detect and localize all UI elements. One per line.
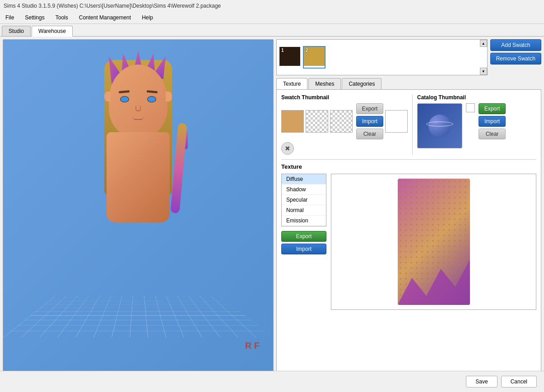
catalog-export-button[interactable]: Export (479, 103, 506, 114)
texture-section-title: Texture (281, 163, 536, 170)
swatch-thumb-checker1 (306, 110, 328, 133)
swatch-export-button[interactable]: Export (356, 103, 383, 114)
swatch-thumb-row: Export Import Clear (281, 103, 408, 139)
swatch-num-2: 2 (306, 48, 308, 53)
bottom-bar: Save Cancel (0, 371, 544, 392)
swatch-thumb-white (385, 110, 408, 133)
inner-tab-categories[interactable]: Categories (342, 78, 381, 89)
title-bar: Sims 4 Studio 3.1.5.9 (Wishes) C:\Users\… (0, 0, 544, 12)
swatch-thumbnail-section: Swatch Thumbnail Export Import (281, 94, 413, 155)
char-eye-right (147, 96, 156, 102)
add-swatch-button[interactable]: Add Swatch (490, 39, 541, 51)
main-content: R F ⌄ Settings 1 2 ▲ ▼ (0, 37, 544, 388)
texture-import-button[interactable]: Import (281, 244, 326, 254)
swatch-thumb-checker2 (330, 110, 353, 133)
texture-list-area: Diffuse Shadow Specular Normal Emission … (281, 174, 326, 310)
char-brow-left (119, 90, 130, 93)
swatch-buttons: Add Swatch Remove Swatch (490, 39, 541, 65)
remove-swatch-button[interactable]: Remove Swatch (490, 53, 541, 65)
catalog-buttons: Export Import Clear (479, 103, 506, 139)
menu-content-management[interactable]: Content Management (77, 14, 133, 22)
swatch-thumb-buttons: Export Import Clear (356, 103, 383, 139)
rf-badge: R F (245, 341, 260, 351)
char-mouth (133, 116, 144, 120)
char-ear-left (104, 92, 111, 101)
catalog-clear-button[interactable]: Clear (479, 129, 506, 139)
inner-tabs-content: Texture Meshes Categories Swatch Thumbna… (276, 78, 541, 385)
catalog-thumb-img (417, 103, 462, 148)
swatch-x-button[interactable]: ✖ (281, 142, 294, 155)
character-display (8, 44, 269, 346)
texture-inner: Diffuse Shadow Specular Normal Emission … (281, 174, 536, 310)
texture-actions: Export Import (281, 231, 326, 254)
char-ear-right (166, 92, 172, 101)
menu-tools[interactable]: Tools (54, 14, 70, 22)
tab-studio[interactable]: Studio (2, 26, 31, 36)
catalog-small-items (466, 103, 475, 112)
texture-list-emission[interactable]: Emission (282, 216, 326, 226)
menu-settings[interactable]: Settings (23, 14, 46, 22)
swatch-thumb-color (281, 110, 304, 133)
inner-tab-texture[interactable]: Texture (276, 78, 307, 89)
catalog-thumbnail-section: Catalog Thumbnail Export (413, 94, 536, 155)
char-nose (135, 106, 141, 111)
texture-export-button[interactable]: Export (281, 231, 326, 242)
menu-help[interactable]: Help (140, 14, 155, 22)
swatch-thumb-title: Swatch Thumbnail (281, 94, 408, 101)
swatches-section: 1 2 ▲ ▼ Add Swatch Remove Swatch (276, 39, 541, 75)
swatch-import-button[interactable]: Import (356, 116, 383, 127)
catalog-thumb-content: Export Import Clear (417, 103, 536, 148)
char-eye-left (120, 96, 129, 102)
swatch-scroll-down[interactable]: ▼ (480, 68, 487, 75)
swatch-clear-button[interactable]: Clear (356, 129, 383, 139)
title-text: Sims 4 Studio 3.1.5.9 (Wishes) C:\Users\… (4, 3, 221, 9)
texture-img (398, 179, 470, 305)
catalog-thumb-title: Catalog Thumbnail (417, 94, 536, 101)
swatch-item-1[interactable]: 1 (279, 46, 301, 69)
inner-content-wrapper: Swatch Thumbnail Export Import (276, 90, 541, 385)
texture-list: Diffuse Shadow Specular Normal Emission (281, 174, 326, 226)
swatch-item-2[interactable]: 2 (303, 46, 325, 69)
character-body (70, 65, 206, 326)
char-head (109, 65, 167, 137)
menu-file[interactable]: File (4, 14, 16, 22)
texture-preview (331, 174, 536, 310)
texture-list-shadow[interactable]: Shadow (282, 184, 326, 195)
swatches-container: 1 2 ▲ ▼ (276, 39, 488, 75)
texture-section: Texture Diffuse Shadow Specular Normal E… (281, 163, 536, 310)
cancel-button[interactable]: Cancel (501, 376, 537, 387)
char-torso (107, 132, 170, 222)
char-braid (170, 123, 187, 214)
inner-tab-meshes[interactable]: Meshes (308, 78, 341, 89)
inner-tabs-bar: Texture Meshes Categories (276, 78, 541, 90)
left-panel: R F ⌄ Settings (3, 39, 274, 385)
catalog-import-button[interactable]: Import (479, 116, 506, 127)
save-button[interactable]: Save (466, 376, 497, 387)
char-brow-right (147, 90, 158, 93)
menu-bar: File Settings Tools Content Management H… (0, 12, 544, 24)
right-panel: 1 2 ▲ ▼ Add Swatch Remove Swatch Texture… (276, 39, 541, 385)
globe-icon (428, 115, 451, 137)
texture-list-normal[interactable]: Normal (282, 205, 326, 216)
texture-list-specular[interactable]: Specular (282, 195, 326, 205)
texture-list-diffuse[interactable]: Diffuse (282, 174, 326, 184)
viewport[interactable]: R F (3, 40, 273, 374)
top-sections: Swatch Thumbnail Export Import (281, 94, 536, 160)
main-tabs-bar: Studio Warehouse (0, 24, 544, 37)
swatch-num-1: 1 (281, 48, 284, 53)
catalog-small-box (466, 103, 475, 112)
swatch-scroll-up[interactable]: ▲ (480, 40, 487, 47)
tab-warehouse[interactable]: Warehouse (32, 26, 73, 37)
